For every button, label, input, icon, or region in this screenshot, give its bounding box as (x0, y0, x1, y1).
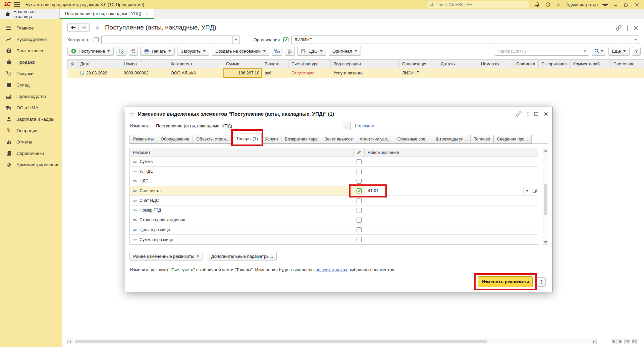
forward-button[interactable] (78, 23, 89, 32)
attribute-row-summa-v-roznice[interactable]: Сумма в рознице (130, 235, 538, 244)
tab-agentskie[interactable]: Агентские усл... (356, 135, 393, 143)
tab-oborudovanie[interactable]: Оборудование (157, 135, 193, 143)
dialog-help-button[interactable]: ? (537, 277, 546, 287)
attribute-row-pct-nds[interactable]: % НДС (130, 167, 538, 176)
column-operation[interactable]: Вид операции (331, 59, 399, 68)
clear-search-icon[interactable]: × (581, 47, 589, 55)
tab-osnovnye[interactable]: Основные сре... (394, 135, 432, 143)
list-settings-button-4[interactable] (631, 339, 637, 344)
scroll-right-icon[interactable] (591, 339, 597, 344)
sidebar-item-administrirovanie[interactable]: Администрирование (0, 159, 62, 170)
column-sf-original[interactable]: СФ оригинал (539, 59, 571, 68)
get-link-icon[interactable] (616, 25, 622, 31)
tab-shtrihkody[interactable]: Штрихкоды уп... (432, 135, 470, 143)
sidebar-item-os-nma[interactable]: ОС и НМА (0, 102, 62, 113)
global-search-field[interactable] (435, 2, 527, 7)
selected-elements-link[interactable]: 1 элемент (354, 123, 375, 128)
column-date[interactable]: Дата↓ (77, 59, 121, 68)
attribute-row-cena-v-roznice[interactable]: Цена в рознице (130, 225, 538, 235)
row-checkbox[interactable] (357, 237, 362, 242)
dialog-link-icon[interactable] (516, 111, 522, 117)
chevron-down-icon[interactable] (632, 36, 639, 44)
restore-icon[interactable] (623, 2, 629, 8)
column-number-in[interactable]: Номер вх. (478, 59, 514, 68)
organization-filter-combo[interactable] (291, 36, 639, 44)
attribute-row-nomer-gtd[interactable]: Номер ГТД (130, 206, 538, 215)
counterparty-filter-checkbox[interactable] (94, 37, 99, 42)
list-settings-button-2[interactable] (618, 339, 623, 344)
sidebar-item-operacii[interactable]: Дт Кт Операции (0, 125, 62, 136)
tab-obekty-stroi[interactable]: Объекты строи... (193, 135, 232, 143)
organization-filter-field[interactable] (292, 37, 632, 42)
all-rows-link[interactable]: во всех строках (316, 267, 347, 272)
scroll-up-icon[interactable] (543, 148, 548, 153)
row-checkbox[interactable] (357, 218, 362, 223)
open-value-icon[interactable] (531, 186, 538, 195)
tab-home[interactable]: Начальная страница (0, 9, 60, 19)
attribute-row-nds[interactable]: НДС (130, 176, 538, 186)
scrollbar-thumb[interactable] (544, 184, 547, 215)
load-button[interactable]: Загрузить (177, 47, 209, 56)
column-sum[interactable]: Сумма (223, 59, 262, 68)
attribute-row-strana[interactable]: Страна происхождения (130, 215, 538, 225)
tab-rekvizity[interactable]: Реквизиты (129, 135, 157, 143)
original-button[interactable]: Оригинал (329, 47, 361, 56)
change-target-combo[interactable]: ... (153, 122, 351, 130)
choose-button[interactable]: ... (343, 122, 350, 130)
list-search-input[interactable]: × (495, 47, 589, 56)
column-organization[interactable]: Организация (399, 59, 438, 68)
attribute-row-schet-ucheta[interactable]: Счет учета 41.01 (130, 186, 538, 196)
sidebar-item-prodazhi[interactable]: Продажи (0, 56, 62, 68)
dialog-more-icon[interactable] (527, 112, 529, 117)
history-icon[interactable] (545, 2, 551, 8)
create-based-on-button[interactable]: Создать на основании (212, 47, 269, 56)
copy-document-button[interactable] (116, 47, 126, 56)
column-comment[interactable]: Комментарий (571, 59, 611, 68)
column-original[interactable]: Оригинал (514, 59, 539, 68)
current-user[interactable]: Администратор (566, 2, 598, 7)
row-checkbox-checked[interactable] (357, 188, 362, 193)
show-postings-button[interactable]: Дт Кт (129, 47, 138, 56)
scroll-down-icon[interactable] (543, 240, 548, 244)
create-receipt-button[interactable]: Поступление (67, 47, 114, 56)
scrollbar-thumb[interactable] (75, 340, 487, 343)
chevron-down-icon[interactable] (523, 186, 531, 195)
column-invoice[interactable]: Счет-фактура (289, 59, 331, 68)
row-checkbox[interactable] (357, 169, 362, 174)
edo-button[interactable]: ЭДО (297, 47, 326, 56)
change-target-field[interactable] (153, 123, 343, 128)
tab-uslugi[interactable]: Услуги (262, 135, 281, 143)
tab-svedeniya[interactable]: Сведения про... (493, 135, 532, 143)
chevron-down-icon[interactable] (232, 36, 239, 44)
sidebar-item-otchety[interactable]: Отчеты (0, 136, 62, 148)
notifications-bell-icon[interactable] (534, 2, 540, 8)
more-button[interactable]: Еще (608, 47, 630, 56)
attachments-button[interactable] (285, 47, 295, 56)
attribute-row-summa[interactable]: Сумма (130, 157, 538, 167)
sidebar-item-proizvodstvo[interactable]: Производство (0, 91, 62, 102)
dialog-star-icon[interactable]: ☆ (130, 111, 135, 117)
attribute-column-header[interactable]: Реквизит (130, 148, 354, 157)
advanced-search-button[interactable] (592, 47, 606, 56)
dialog-close-icon[interactable] (544, 112, 548, 116)
tab-postuplenie[interactable]: Поступление (акты, накладные, УПД) × (60, 9, 154, 19)
sidebar-item-sklad[interactable]: Склад (0, 79, 62, 91)
counterparty-filter-combo[interactable] (101, 36, 239, 44)
sidebar-item-rukovoditelyu[interactable]: Руководителю (0, 34, 62, 45)
apply-changes-button[interactable]: Изменить реквизиты (478, 276, 533, 287)
new-value-column-header[interactable]: Новое значение (365, 148, 538, 157)
additional-params-button[interactable]: Дополнительные параметры... (208, 252, 277, 261)
tab-close-icon[interactable]: × (146, 11, 148, 16)
favorite-star-icon[interactable]: ★ (94, 23, 100, 32)
table-row[interactable]: 29.03.2022 0000-000002 ООО АЛЬФА 196 207… (67, 68, 644, 78)
column-counterparty[interactable]: Контрагент (168, 59, 223, 68)
structure-report-button[interactable] (272, 47, 282, 56)
help-button[interactable]: ? (632, 47, 641, 56)
row-checkbox[interactable] (357, 179, 362, 184)
list-settings-button-1[interactable] (611, 339, 616, 344)
column-number[interactable]: Номер (121, 59, 168, 68)
previously-changed-button[interactable]: Ранее измененные реквизиты (129, 252, 203, 261)
form-close-icon[interactable] (634, 26, 638, 30)
dialog-maximize-icon[interactable] (534, 112, 538, 116)
global-search-input[interactable] (427, 1, 529, 8)
